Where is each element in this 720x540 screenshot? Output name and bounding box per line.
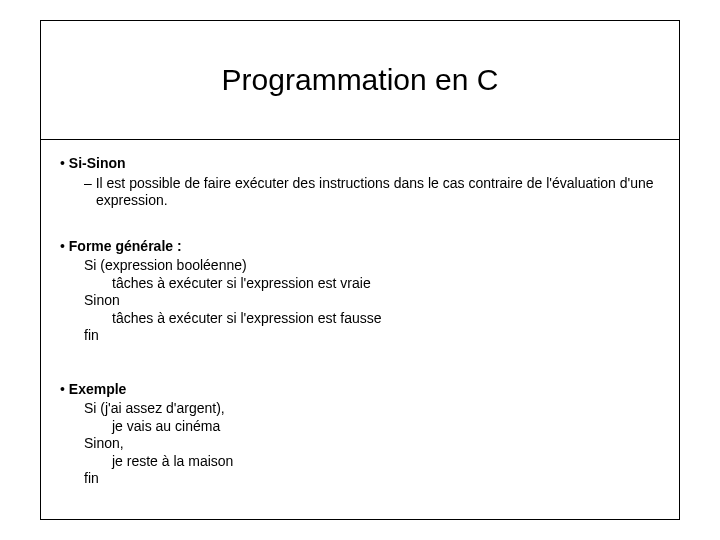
fg-line-4: tâches à exécuter si l'expression est fa… bbox=[84, 310, 670, 328]
fg-line-5: fin bbox=[84, 327, 670, 345]
slide-title: Programmation en C bbox=[222, 63, 499, 97]
heading-exemple: Exemple bbox=[60, 381, 670, 399]
ex-line-5: fin bbox=[84, 470, 670, 488]
ex-line-2: je vais au cinéma bbox=[84, 418, 670, 436]
ex-line-3: Sinon, bbox=[84, 435, 670, 453]
ex-line-4: je reste à la maison bbox=[84, 453, 670, 471]
heading-si-sinon: Si-Sinon bbox=[60, 155, 670, 173]
fg-line-3: Sinon bbox=[84, 292, 670, 310]
ex-line-1: Si (j'ai assez d'argent), bbox=[84, 400, 670, 418]
slide: Programmation en C Si-Sinon Il est possi… bbox=[0, 0, 720, 540]
fg-line-2: tâches à exécuter si l'expression est vr… bbox=[84, 275, 670, 293]
fg-line-1: Si (expression booléenne) bbox=[84, 257, 670, 275]
slide-content: Si-Sinon Il est possible de faire exécut… bbox=[60, 155, 670, 492]
exemple-block: Si (j'ai assez d'argent), je vais au cin… bbox=[84, 400, 670, 488]
desc-si-sinon: Il est possible de faire exécuter des in… bbox=[84, 175, 670, 210]
heading-forme-generale: Forme générale : bbox=[60, 238, 670, 256]
forme-generale-block: Si (expression booléenne) tâches à exécu… bbox=[84, 257, 670, 345]
title-box: Programmation en C bbox=[40, 20, 680, 140]
